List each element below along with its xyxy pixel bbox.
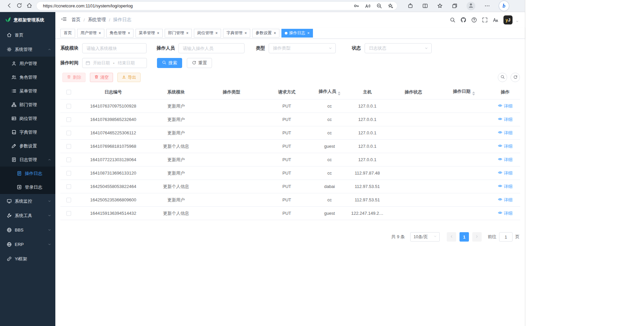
extensions-icon[interactable] [408,3,413,9]
sidebar-item-param-settings[interactable]: 参数设置 [0,139,55,153]
github-icon[interactable] [461,17,466,23]
chevron-down-icon[interactable] [516,20,519,24]
fullscreen-icon[interactable] [482,17,488,23]
sidebar-item-dict-mgmt[interactable]: 字典管理 [0,125,55,139]
clear-button[interactable]: 清空 [90,73,113,82]
close-icon[interactable]: × [307,31,310,35]
delete-button[interactable]: 删除 [62,73,86,82]
tab-param-settings[interactable]: 参数设置× [252,29,279,38]
row-checkbox[interactable] [66,144,71,149]
row-checkbox[interactable] [66,117,71,122]
operator-input[interactable] [178,43,245,53]
sidebar-item-sys-monitor[interactable]: 系统监控 [0,194,55,208]
refresh-table-button[interactable] [511,73,520,82]
row-checkbox[interactable] [66,198,71,202]
detail-link[interactable]: 详细 [498,210,513,216]
address-bar[interactable]: https://ccnetcore.com:1101/system/log/op… [36,1,397,10]
password-key-icon[interactable] [354,3,359,9]
tab-post-mgmt[interactable]: 岗位管理× [194,29,221,38]
profile-avatar[interactable] [467,2,475,10]
row-checkbox[interactable] [66,171,71,176]
sidebar-item-user-mgmt[interactable]: 用户管理 [0,57,55,70]
url-text[interactable]: https://ccnetcore.com:1101/system/log/op… [43,3,354,8]
sidebar-item-role-mgmt[interactable]: 角色管理 [0,70,55,84]
tab-menu-mgmt[interactable]: 菜单管理× [136,29,163,38]
detail-link[interactable]: 详细 [498,117,513,123]
sidebar-item-system-mgmt[interactable]: 系统管理 [0,42,55,57]
sidebar-item-menu-mgmt[interactable]: 菜单管理 [0,84,55,98]
breadcrumb-item[interactable]: 首页 [71,17,80,23]
detail-link[interactable]: 详细 [498,143,513,149]
tab-home[interactable]: 首页 [60,29,75,38]
zoom-out-icon[interactable] [376,3,382,9]
sidebar-item-sys-tools[interactable]: 系统工具 [0,208,55,223]
goto-page-input[interactable] [499,232,513,242]
more-menu-icon[interactable] [484,3,490,9]
status-select[interactable]: 日志状态 [365,43,432,53]
next-page-button[interactable] [472,232,482,242]
detail-link[interactable]: 详细 [498,130,513,136]
row-checkbox[interactable] [66,157,71,162]
search-icon[interactable] [450,17,455,23]
sidebar-item-log-mgmt[interactable]: 日志管理 [0,153,55,167]
row-checkbox[interactable] [66,211,71,216]
sidebar-item-post-mgmt[interactable]: 岗位管理 [0,112,55,125]
read-aloud-icon[interactable] [365,3,371,9]
page-size-select[interactable]: 10条/页 [410,232,440,242]
sidebar-item-home[interactable]: 首页 [0,28,55,42]
help-icon[interactable] [471,17,477,23]
add-favorite-icon[interactable] [388,3,393,9]
sidebar-item-oper-log[interactable]: 操作日志 [0,167,55,180]
prev-page-button[interactable] [447,232,456,242]
tab-dept-mgmt[interactable]: 部门管理× [165,29,192,38]
export-button[interactable]: 导出 [117,73,141,82]
select-all-checkbox[interactable] [66,90,71,94]
detail-link[interactable]: 详细 [498,157,513,163]
close-icon[interactable]: × [157,31,159,35]
font-size-icon[interactable] [493,17,498,23]
column-header[interactable]: 操作日期 [438,85,490,100]
close-icon[interactable]: × [127,31,130,35]
sort-icon[interactable] [472,91,475,95]
row-checkbox[interactable] [66,104,71,109]
sort-icon[interactable] [338,91,340,95]
module-input[interactable] [82,43,147,53]
close-icon[interactable]: × [273,31,276,35]
date-range-picker[interactable]: 开始日期 - 结束日期 [82,58,147,68]
back-button[interactable] [4,1,14,11]
favorites-icon[interactable] [437,3,443,9]
toggle-search-button[interactable] [498,73,507,82]
detail-link[interactable]: 详细 [498,170,513,176]
breadcrumb-item[interactable]: 系统管理 [88,17,106,23]
refresh-button[interactable] [14,1,24,11]
sidebar-item-dept-mgmt[interactable]: 部门管理 [0,98,55,112]
sidebar-item-login-log[interactable]: 登录日志 [0,180,55,194]
close-icon[interactable]: × [186,31,189,35]
sidebar-toggle[interactable] [61,16,67,23]
tab-oper-log[interactable]: 操作日志× [281,29,313,38]
page-number-1[interactable]: 1 [460,232,469,242]
reset-button[interactable]: 重置 [187,58,212,68]
detail-link[interactable]: 详细 [498,103,513,109]
close-icon[interactable]: × [244,31,247,35]
search-button[interactable]: 搜索 [157,58,182,68]
split-screen-icon[interactable] [422,3,428,9]
row-checkbox[interactable] [66,131,71,135]
bing-icon[interactable]: b [499,1,509,11]
close-icon[interactable]: × [98,31,101,35]
home-button[interactable] [24,1,34,11]
row-checkbox[interactable] [66,184,71,189]
tab-user-mgmt[interactable]: 用户管理× [77,29,104,38]
user-avatar[interactable]: yJ [503,15,513,24]
type-select[interactable]: 操作类型 [269,43,336,53]
sidebar-item-erp[interactable]: ERP [0,237,55,252]
column-header[interactable]: 操作人员 [314,85,345,100]
collections-icon[interactable] [452,3,458,9]
close-icon[interactable]: × [215,31,218,35]
tab-dict-mgmt[interactable]: 字典管理× [223,29,250,38]
sidebar-item-bbs[interactable]: BBS [0,223,55,237]
tab-role-mgmt[interactable]: 角色管理× [106,29,133,38]
sidebar-item-yi-framework[interactable]: Yi框架 [0,252,55,266]
detail-link[interactable]: 详细 [498,184,513,190]
detail-link[interactable]: 详细 [498,197,513,203]
